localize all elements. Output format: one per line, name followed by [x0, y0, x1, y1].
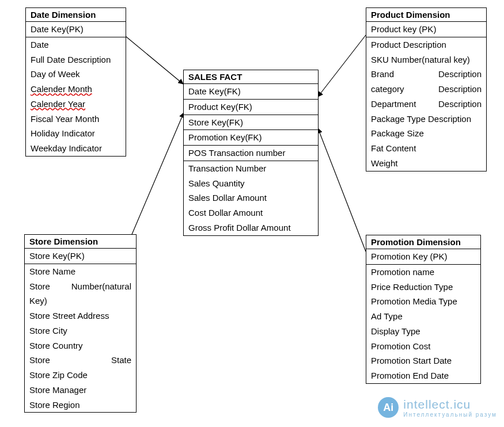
- entity-store-dimension: Store Dimension Store Key(PK) Store Name…: [24, 234, 137, 413]
- fact-row-fk: Product Key(FK): [184, 100, 318, 115]
- date-row: Calender Year: [26, 97, 126, 112]
- fact-row: Sales Quantity: [184, 176, 318, 191]
- entity-product-title: Product Dimension: [366, 8, 486, 22]
- watermark-badge-icon: Ai: [378, 397, 399, 418]
- fact-row-fk: Store Key(FK): [184, 115, 318, 131]
- promotion-row: Display Type: [366, 324, 480, 339]
- store-row: Store Name: [25, 264, 136, 279]
- product-row: Package Size: [366, 126, 486, 141]
- pair-right: Number(natural: [71, 280, 131, 293]
- promotion-row: Promotion End Date: [366, 368, 480, 383]
- entity-store-title: Store Dimension: [25, 235, 136, 249]
- store-row: Store Zip Code: [25, 368, 136, 383]
- fact-row-fk: Promotion Key(FK): [184, 130, 318, 146]
- fact-row: Cost Dollar Amount: [184, 205, 318, 220]
- misspell-month: Calender Month: [31, 84, 92, 94]
- store-row: Store Manager: [25, 383, 136, 398]
- date-row: Fiscal Year Month: [26, 112, 126, 127]
- date-row: Weekday Indicator: [26, 141, 126, 156]
- watermark-line2: Интеллектуальный разум: [403, 411, 497, 418]
- pair-left: Department: [371, 98, 416, 110]
- fact-row: POS Transaction number: [184, 146, 318, 161]
- fact-row: Transaction Number: [184, 161, 318, 176]
- entity-promotion-title: Promotion Dimension: [366, 235, 480, 249]
- store-row: Store State: [25, 353, 136, 368]
- store-row: Key): [25, 293, 136, 308]
- fact-row: Gross Profit Dollar Amount: [184, 220, 318, 235]
- pair-left: Brand: [371, 68, 394, 81]
- watermark-text: intellect.icu Интеллектуальный разум: [403, 398, 497, 418]
- edge-store-to-fact: [126, 113, 184, 249]
- product-row: Fat Content: [366, 141, 486, 156]
- entity-date-dimension: Date Dimension Date Key(PK) Date Full Da…: [25, 7, 126, 157]
- product-row: SKU Number(natural key): [366, 52, 486, 67]
- edge-date-to-fact: [126, 36, 183, 84]
- pair-right: State: [111, 354, 131, 367]
- promotion-row: Promotion Media Type: [366, 294, 480, 309]
- misspell-year: Calender Year: [31, 99, 85, 109]
- promotion-row: Ad Type: [366, 309, 480, 324]
- edge-promotion-to-fact: [318, 128, 366, 251]
- date-row: Calender Month: [26, 82, 126, 97]
- entity-fact-title: SALES FACT: [184, 70, 318, 84]
- store-row: Store City: [25, 323, 136, 338]
- pair-right: Description: [438, 98, 482, 110]
- product-row: Package Type Description: [366, 112, 486, 127]
- product-row: Brand Description: [366, 67, 486, 82]
- pair-left: category: [371, 83, 404, 96]
- entity-product-dimension: Product Dimension Product key (PK) Produ…: [366, 7, 487, 171]
- pair-right: Description: [438, 68, 482, 81]
- date-row: Day of Week: [26, 67, 126, 82]
- store-row: Store Number(natural: [25, 279, 136, 294]
- product-row: Product Description: [366, 37, 486, 52]
- pair-left: Store: [29, 354, 50, 367]
- date-row-pk: Date Key(PK): [26, 22, 126, 37]
- entity-promotion-dimension: Promotion Dimension Promotion Key (PK) P…: [366, 235, 481, 384]
- store-row: Store Street Address: [25, 308, 136, 323]
- edge-product-to-fact: [318, 35, 366, 97]
- promotion-row: Price Reduction Type: [366, 280, 480, 295]
- date-row: Date: [26, 37, 126, 52]
- store-row: Store Country: [25, 338, 136, 353]
- entity-date-title: Date Dimension: [26, 8, 126, 22]
- product-row: Weight: [366, 156, 486, 171]
- date-row: Full Date Description: [26, 52, 126, 67]
- store-row: Store Region: [25, 398, 136, 413]
- watermark-line1: intellect.icu: [403, 398, 497, 411]
- promotion-row: Promotion Cost: [366, 339, 480, 354]
- promotion-row-pk: Promotion Key (PK): [366, 249, 480, 265]
- watermark: Ai intellect.icu Интеллектуальный разум: [378, 397, 497, 418]
- product-row-pk: Product key (PK): [366, 22, 486, 37]
- fact-row: Sales Dollar Amount: [184, 190, 318, 205]
- date-row: Holiday Indicator: [26, 126, 126, 141]
- promotion-row: Promotion Start Date: [366, 353, 480, 368]
- promotion-row: Promotion name: [366, 265, 480, 280]
- product-row: Department Description: [366, 97, 486, 112]
- entity-sales-fact: SALES FACT Date Key(FK) Product Key(FK) …: [183, 70, 319, 236]
- store-row-pk: Store Key(PK): [25, 249, 136, 264]
- fact-row-fk: Date Key(FK): [184, 84, 318, 100]
- pair-right: Description: [438, 83, 482, 96]
- product-row: category Description: [366, 82, 486, 97]
- pair-left: Store: [29, 280, 50, 293]
